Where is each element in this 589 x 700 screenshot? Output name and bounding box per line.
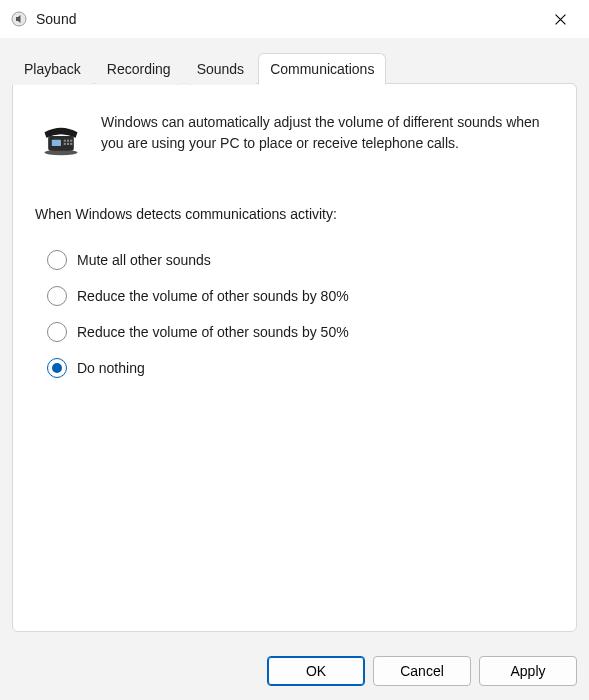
apply-button[interactable]: Apply	[479, 656, 577, 686]
radio-input	[47, 286, 67, 306]
radio-option-donothing[interactable]: Do nothing	[47, 358, 554, 378]
close-button[interactable]	[537, 3, 583, 35]
tab-label: Recording	[107, 61, 171, 77]
section-label: When Windows detects communications acti…	[35, 206, 554, 222]
radio-option-mute[interactable]: Mute all other sounds	[47, 250, 554, 270]
dialog-button-row: OK Cancel Apply	[0, 644, 589, 700]
phone-icon	[39, 114, 83, 158]
ok-button[interactable]: OK	[267, 656, 365, 686]
tab-label: Communications	[270, 61, 374, 77]
tab-playback[interactable]: Playback	[12, 53, 93, 85]
svg-rect-9	[70, 143, 72, 145]
svg-rect-4	[64, 140, 66, 142]
dialog-body: Playback Recording Sounds Communications	[0, 38, 589, 644]
radio-input	[47, 358, 67, 378]
radio-option-reduce50[interactable]: Reduce the volume of other sounds by 50%	[47, 322, 554, 342]
description-row: Windows can automatically adjust the vol…	[35, 112, 554, 158]
svg-rect-6	[70, 140, 72, 142]
tab-label: Playback	[24, 61, 81, 77]
sound-icon	[10, 10, 28, 28]
titlebar-left: Sound	[10, 10, 76, 28]
titlebar: Sound	[0, 0, 589, 38]
radio-group-communications: Mute all other sounds Reduce the volume …	[35, 250, 554, 378]
radio-label: Reduce the volume of other sounds by 50%	[77, 324, 349, 340]
cancel-button[interactable]: Cancel	[373, 656, 471, 686]
radio-label: Mute all other sounds	[77, 252, 211, 268]
svg-rect-5	[67, 140, 69, 142]
tab-panel-communications: Windows can automatically adjust the vol…	[12, 83, 577, 632]
tab-strip: Playback Recording Sounds Communications	[12, 52, 577, 84]
tab-label: Sounds	[197, 61, 244, 77]
radio-input	[47, 322, 67, 342]
tab-recording[interactable]: Recording	[95, 53, 183, 85]
radio-option-reduce80[interactable]: Reduce the volume of other sounds by 80%	[47, 286, 554, 306]
radio-label: Do nothing	[77, 360, 145, 376]
tab-communications[interactable]: Communications	[258, 53, 386, 85]
radio-input	[47, 250, 67, 270]
window-title: Sound	[36, 11, 76, 27]
close-icon	[555, 14, 566, 25]
radio-label: Reduce the volume of other sounds by 80%	[77, 288, 349, 304]
svg-rect-8	[67, 143, 69, 145]
tab-sounds[interactable]: Sounds	[185, 53, 256, 85]
svg-rect-3	[52, 140, 61, 146]
description-text: Windows can automatically adjust the vol…	[101, 112, 554, 154]
svg-rect-7	[64, 143, 66, 145]
